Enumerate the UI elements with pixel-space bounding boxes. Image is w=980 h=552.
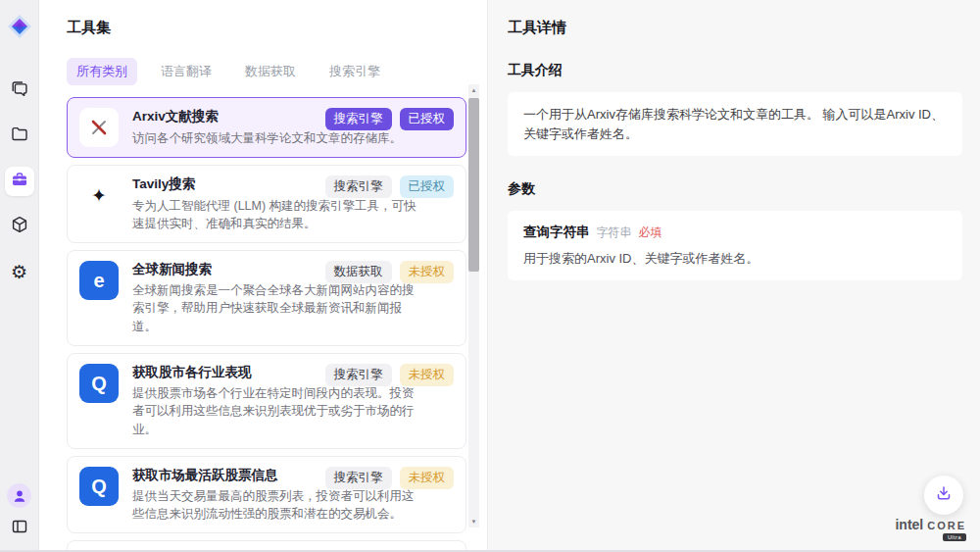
tool-card-active-stocks[interactable]: Q 获取市场最活跃股票信息 提供当天交易量最高的股票列表，投资者可以利用这些信息… [67, 456, 466, 534]
tool-description: 访问各个研究领域大量科学论文和文章的存储库。 [132, 129, 418, 147]
intro-heading: 工具介绍 [508, 62, 962, 79]
params-heading: 参数 [508, 180, 962, 198]
tab-language-translation[interactable]: 语言翻译 [151, 58, 221, 85]
param-type: 字符串 [597, 225, 632, 241]
tool-card-global-news[interactable]: e 全球新闻搜索 全球新闻搜索是一个聚合全球各大新闻网站内容的搜索引擎，帮助用户… [67, 250, 466, 346]
status-badge: 已授权 [400, 176, 455, 198]
global-news-icon: e [79, 261, 119, 300]
gear-icon: ⚙ [11, 263, 27, 281]
status-badge: 已授权 [400, 108, 455, 130]
category-tabs: 所有类别 语言翻译 数据获取 搜索引擎 [67, 58, 487, 85]
arxiv-icon [79, 108, 119, 147]
category-badge: 搜索引擎 [325, 176, 392, 198]
status-badge: 未授权 [400, 364, 455, 386]
panel-toggle-button[interactable] [8, 517, 31, 540]
category-badge: 数据获取 [325, 261, 392, 283]
intel-brand-text: intel [895, 517, 923, 532]
intro-text: 一个用于从Arxiv存储库搜索科学论文和文章的工具。 输入可以是Arxiv ID… [523, 105, 947, 143]
category-badge: 搜索引擎 [325, 467, 392, 489]
sidebar-item-chat[interactable] [5, 76, 34, 106]
list-scrollbar[interactable]: ▲ ▼ [468, 84, 479, 527]
stock-sector-icon: Q [79, 364, 119, 403]
tab-search-engine[interactable]: 搜索引擎 [319, 58, 390, 85]
detail-title: 工具详情 [508, 19, 962, 37]
toolbox-icon [11, 171, 28, 192]
tool-description: 全球新闻搜索是一个聚合全球各大新闻网站内容的搜索引擎，帮助用户快速获取全球最新资… [132, 281, 418, 334]
param-description: 用于搜索的Arxiv ID、关键字或作者姓名。 [523, 250, 947, 268]
cube-icon [10, 215, 29, 238]
scrollbar-thumb[interactable] [468, 98, 479, 272]
sidebar-item-models[interactable] [5, 212, 34, 241]
category-badge: 搜索引擎 [325, 364, 392, 386]
tab-all-categories[interactable]: 所有类别 [67, 58, 137, 85]
sidebar-item-files[interactable] [5, 122, 34, 151]
param-name: 查询字符串 [523, 224, 590, 241]
scroll-up-arrow-icon[interactable]: ▲ [468, 87, 479, 93]
sidebar-item-settings[interactable]: ⚙ [5, 257, 34, 286]
sidebar-nav: ⚙ [5, 76, 34, 286]
folder-icon [10, 125, 29, 148]
intro-card: 一个用于从Arxiv存储库搜索科学论文和文章的工具。 输入可以是Arxiv ID… [508, 92, 962, 156]
intel-ultra-badge: Ultra [943, 533, 966, 541]
app-logo [7, 14, 32, 39]
sidebar-item-tools[interactable] [5, 167, 34, 196]
tool-description: 提供当天交易量最高的股票列表，投资者可以利用这些信息来识别流动性强的股票和潜在的… [132, 487, 418, 523]
tool-detail-panel: 工具详情 工具介绍 一个用于从Arxiv存储库搜索科学论文和文章的工具。 输入可… [489, 0, 980, 552]
tool-card-stock-sector[interactable]: Q 获取股市各行业表现 提供股票市场各个行业在特定时间段内的表现。投资者可以利用… [67, 353, 466, 449]
tool-card-arxiv[interactable]: Arxiv文献搜索 访问各个研究领域大量科学论文和文章的存储库。 搜索引擎 已授… [67, 97, 466, 158]
intel-core-logo: intel CORE Ultra [895, 517, 966, 541]
tool-description: 专为人工智能代理 (LLM) 构建的搜索引擎工具，可快速提供实时、准确和真实的结… [132, 197, 418, 232]
sidebar-bottom [7, 483, 31, 540]
chat-icon [10, 79, 29, 103]
status-badge: 未授权 [400, 467, 455, 489]
param-required-badge: 必填 [639, 225, 662, 241]
intel-core-text: CORE [927, 520, 966, 531]
panel-toggle-icon [11, 518, 28, 539]
tool-card-tavily[interactable]: ✦ Tavily搜索 专为人工智能代理 (LLM) 构建的搜索引擎工具，可快速提… [67, 165, 466, 243]
scroll-down-arrow-icon[interactable]: ▼ [468, 519, 479, 525]
active-stocks-icon: Q [79, 467, 119, 506]
tavily-star-icon: ✦ [79, 176, 119, 215]
app-window: ⚙ 工具集 所有类别 语 [0, 0, 980, 552]
param-card: 查询字符串 字符串 必填 用于搜索的Arxiv ID、关键字或作者姓名。 [508, 211, 962, 280]
user-avatar[interactable] [7, 483, 31, 508]
tool-description: 提供股票市场各个行业在特定时间段内的表现。投资者可以利用这些信息来识别表现优于或… [132, 384, 418, 437]
tab-data-acquisition[interactable]: 数据获取 [235, 58, 306, 85]
category-badge: 搜索引擎 [325, 108, 392, 130]
status-badge: 未授权 [400, 261, 455, 283]
download-icon [935, 484, 953, 506]
icon-sidebar: ⚙ [0, 0, 39, 552]
page-title: 工具集 [39, 0, 487, 37]
download-button[interactable] [924, 476, 963, 515]
tool-list-panel: 工具集 所有类别 语言翻译 数据获取 搜索引擎 Arxiv文献搜索 访问各个研究… [39, 0, 488, 552]
tool-card-list: Arxiv文献搜索 访问各个研究领域大量科学论文和文章的存储库。 搜索引擎 已授… [67, 97, 466, 552]
